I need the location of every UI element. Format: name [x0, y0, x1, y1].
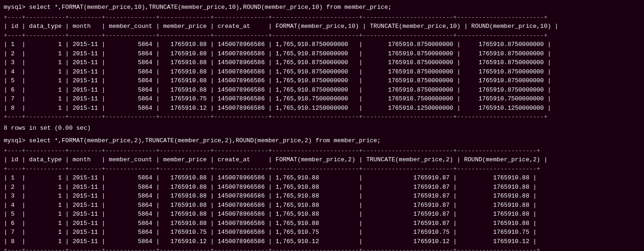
- table-row: | 7 | 1 | 2015-11 | 5864 | 1765910.75 | …: [4, 94, 640, 104]
- terminal-container: mysql> select *,FORMAT(member_price,10),…: [4, 3, 640, 251]
- table-row: | 1 | 1 | 2015-11 | 5864 | 1765910.88 | …: [4, 40, 640, 49]
- table-row: | 2 | 1 | 2015-11 | 5864 | 1765910.88 | …: [4, 49, 640, 59]
- table-row: | id | data_type | month | member_count …: [4, 155, 640, 165]
- separator-line-1-2: +----+-----------+---------+------------…: [4, 165, 640, 174]
- separator-line-0-11: +----+-----------+---------+------------…: [4, 112, 640, 122]
- separator-line-0-2: +----+-----------+---------+------------…: [4, 31, 640, 40]
- table-row: | 7 | 1 | 2015-11 | 5864 | 1765910.75 | …: [4, 228, 640, 237]
- table-row: | 2 | 1 | 2015-11 | 5864 | 1765910.88 | …: [4, 183, 640, 192]
- table-row: | 8 | 1 | 2015-11 | 5864 | 1765910.12 | …: [4, 104, 640, 113]
- table-row: | 6 | 1 | 2015-11 | 5864 | 1765910.88 | …: [4, 219, 640, 228]
- result-line-0: 8 rows in set (0.00 sec): [4, 124, 640, 133]
- section-0: mysql> select *,FORMAT(member_price,10),…: [4, 3, 640, 132]
- separator-line-0-0: +----+-----------+---------+------------…: [4, 13, 640, 22]
- table-row: | 4 | 1 | 2015-11 | 5864 | 1765910.88 | …: [4, 201, 640, 210]
- command-line-0: mysql> select *,FORMAT(member_price,10),…: [4, 3, 640, 12]
- table-row: | 5 | 1 | 2015-11 | 5864 | 1765910.88 | …: [4, 210, 640, 219]
- separator-line-1-0: +----+-----------+---------+------------…: [4, 146, 640, 156]
- table-row: | id | data_type | month | member_count …: [4, 22, 640, 31]
- table-row: | 5 | 1 | 2015-11 | 5864 | 1765910.88 | …: [4, 76, 640, 86]
- table-row: | 1 | 1 | 2015-11 | 5864 | 1765910.88 | …: [4, 173, 640, 183]
- table-row: | 4 | 1 | 2015-11 | 5864 | 1765910.88 | …: [4, 67, 640, 77]
- command-line-1: mysql> select *,FORMAT(member_price,2),T…: [4, 136, 640, 145]
- table-row: | 3 | 1 | 2015-11 | 5864 | 1765910.88 | …: [4, 58, 640, 67]
- section-1: mysql> select *,FORMAT(member_price,2),T…: [4, 136, 640, 251]
- table-row: | 3 | 1 | 2015-11 | 5864 | 1765910.88 | …: [4, 192, 640, 201]
- table-row: | 6 | 1 | 2015-11 | 5864 | 1765910.88 | …: [4, 86, 640, 95]
- table-1: +----+-----------+---------+------------…: [4, 146, 640, 251]
- separator-line-1-11: +----+-----------+---------+------------…: [4, 246, 640, 251]
- table-0: +----+-----------+---------+------------…: [4, 13, 640, 122]
- table-row: | 8 | 1 | 2015-11 | 5864 | 1765910.12 | …: [4, 237, 640, 246]
